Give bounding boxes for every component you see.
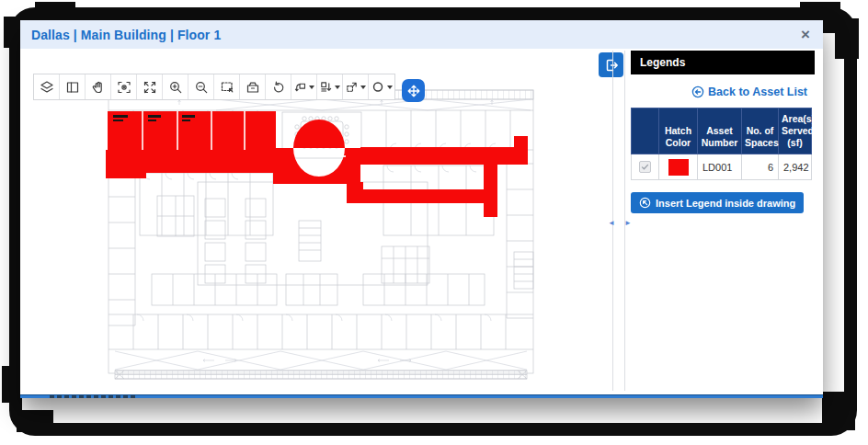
- header-area-served: Area(s) Served (sf): [779, 108, 812, 154]
- area-served-cell: 2,942: [779, 154, 812, 180]
- pan-hand-icon[interactable]: [86, 74, 111, 99]
- marquee-select-icon[interactable]: [214, 74, 240, 99]
- legend-table-header-row: Hatch Color Asset Number No. of Spaces A…: [632, 108, 812, 154]
- splitter-resize-arrows: ◄ ►: [608, 219, 632, 227]
- legend-table: Hatch Color Asset Number No. of Spaces A…: [631, 108, 812, 180]
- transform-selection-dropdown-icon[interactable]: [343, 74, 369, 99]
- back-to-asset-list-link[interactable]: Back to Asset List: [631, 86, 815, 98]
- hatched-asset-area[interactable]: [106, 111, 528, 217]
- fit-to-extents-icon[interactable]: [137, 74, 163, 99]
- frame-glitch-block: [35, 2, 75, 13]
- header-hatch-color: Hatch Color: [659, 108, 698, 154]
- stack-order-dropdown-icon[interactable]: [317, 74, 343, 99]
- asset-number-cell: LD001: [698, 154, 742, 180]
- dialog-title: Dallas | Main Building | Floor 1: [31, 28, 221, 42]
- copy-options-dropdown-icon[interactable]: [291, 74, 317, 99]
- rotate-ccw-icon[interactable]: [266, 74, 291, 99]
- floorplan-canvas[interactable]: [106, 83, 538, 382]
- circle-shape-dropdown-icon[interactable]: [369, 74, 394, 99]
- screenshot-stage: Dallas | Main Building | Floor 1 ×: [0, 0, 868, 445]
- back-link-label: Back to Asset List: [708, 86, 807, 98]
- close-icon[interactable]: ×: [801, 27, 810, 42]
- header-select: [632, 108, 659, 154]
- zoom-out-icon[interactable]: [188, 74, 214, 99]
- hatch-color-swatch: [668, 159, 689, 176]
- hatch-color-cell: [659, 154, 698, 180]
- frame-glitch-block: [17, 410, 53, 432]
- header-asset-number: Asset Number: [698, 108, 742, 154]
- insert-button-label: Insert Legend inside drawing: [656, 198, 795, 209]
- floor-viewer-dialog: Dallas | Main Building | Floor 1 ×: [20, 20, 823, 398]
- check-icon: [641, 163, 649, 171]
- frame-glitch-block: [822, 392, 855, 430]
- arrow-right-icon: ►: [624, 219, 632, 227]
- circle-arrow-up-left-icon: [639, 197, 651, 209]
- frame-glitch-block: [4, 17, 18, 48]
- layers-icon[interactable]: [34, 74, 60, 99]
- panel-splitter[interactable]: ◄ ►: [612, 51, 625, 391]
- box-archive-icon[interactable]: [240, 74, 266, 99]
- drawing-toolbar: [33, 74, 395, 100]
- arrow-left-icon: ◄: [608, 219, 615, 227]
- insert-legend-button[interactable]: Insert Legend inside drawing: [631, 192, 804, 213]
- focus-center-icon[interactable]: [111, 74, 137, 99]
- chevron-down-icon: [387, 86, 393, 89]
- dialog-body: ◄ ► Legends Back to Asset List: [20, 49, 823, 394]
- legend-panel-title: Legends: [631, 51, 815, 74]
- chevron-down-icon: [309, 86, 314, 89]
- chevron-down-icon: [335, 86, 340, 89]
- status-smudge: [50, 395, 138, 398]
- dialog-bottom-strip: [20, 394, 823, 398]
- chevron-down-icon: [360, 86, 366, 89]
- floorplan-svg: [106, 83, 538, 382]
- dialog-titlebar: Dallas | Main Building | Floor 1 ×: [20, 20, 823, 49]
- row-checkbox[interactable]: [639, 161, 651, 173]
- circle-arrow-left-icon: [691, 86, 704, 98]
- frame-glitch-block: [2, 366, 17, 403]
- legend-table-row: LD001 6 2,942: [632, 154, 812, 180]
- header-no-of-spaces: No. of Spaces: [742, 108, 779, 154]
- zoom-in-icon[interactable]: [163, 74, 188, 99]
- spaces-cell: 6: [742, 154, 779, 180]
- split-panel-icon[interactable]: [60, 74, 86, 99]
- legend-panel: Legends Back to Asset List Hatch Color: [631, 51, 815, 213]
- select-cell: [632, 154, 659, 180]
- frame-glitch-block: [835, 18, 859, 59]
- move-tool-active-icon[interactable]: [402, 79, 425, 102]
